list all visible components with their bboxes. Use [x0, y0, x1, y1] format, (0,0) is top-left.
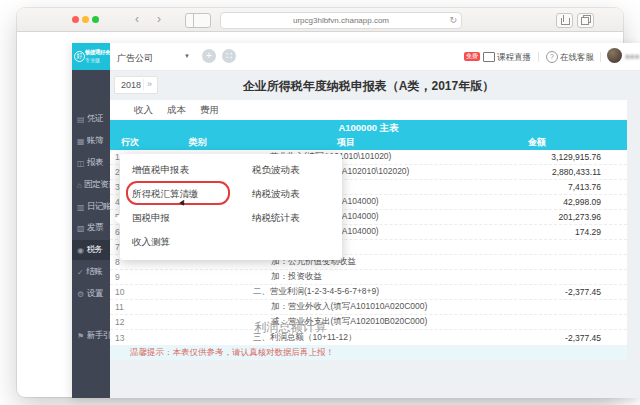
sidebar-item-label: 凭证: [87, 113, 103, 125]
table-row: 11 加：营业外收入(填写A101010A020C000): [110, 300, 627, 315]
closing-icon: ✓: [77, 268, 83, 277]
tax-popup-menu: 增值税申报表 所得税汇算清缴 国税申报 收入测算 税负波动表 纳税波动表 纳税统…: [120, 154, 342, 260]
sidebar-item-label: 发票: [87, 222, 103, 234]
company-selector[interactable]: 广告公司: [117, 52, 153, 65]
cell-amount: 2,880,433.11: [447, 167, 627, 177]
live-course-link[interactable]: 课程直播: [497, 52, 531, 64]
cell-amount: -2,377.45: [447, 287, 627, 297]
cell-amount: 42,998.09: [447, 197, 627, 207]
header-amount: 金额: [447, 135, 627, 150]
menu-item-vat-return[interactable]: 增值税申报表: [132, 158, 199, 182]
report-icon: ◫: [77, 159, 84, 168]
popup-column-2: 税负波动表 纳税波动表 纳税统计表: [252, 158, 300, 230]
ledger-icon: ▦: [77, 137, 84, 146]
help-icon[interactable]: ?: [546, 51, 558, 63]
flag-icon: ⚑: [77, 332, 84, 341]
sidebar-item-journal[interactable]: ▥ 日记账: [72, 197, 110, 217]
share-icon-box: [561, 18, 570, 25]
cell-line-no: 13: [110, 333, 150, 343]
fixed-assets-icon: ⌂: [77, 181, 81, 190]
url-text: urpcg3hlbfvn.chanapp.com: [293, 16, 389, 25]
sidebar-item-ledger[interactable]: ▦ 账簿: [72, 131, 110, 151]
tabs-icon-front: [581, 17, 589, 25]
sub-tabs: 收入 成本 费用: [110, 100, 627, 120]
menu-item-tax-statistics-table[interactable]: 纳税统计表: [252, 206, 300, 230]
table-row: 10 二、营业利润(1-2-3-4-5-6-7+8+9) -2,377.45: [110, 285, 627, 300]
tab-overview-button[interactable]: [577, 13, 594, 28]
sidebar-item-label: 设置: [87, 288, 103, 300]
zoom-window-button[interactable]: [92, 16, 99, 23]
app-topbar: 好 畅捷通好会计 专业版 广告公司 ▼ + ∷ 免费 课程直播 ? 在线客服 ●…: [72, 43, 640, 71]
cell-item: 加：营业外收入(填写A101010A020C000): [245, 301, 447, 313]
apps-grid-button[interactable]: ∷: [222, 49, 236, 63]
sidebar-item-label: 账簿: [87, 135, 103, 147]
table-row: 12 减：营业外支出(填写A102010B020C000): [110, 315, 627, 330]
address-bar[interactable]: urpcg3hlbfvn.chanapp.com ↻: [220, 12, 462, 29]
brand-name: 畅捷通好会计: [85, 49, 115, 56]
cell-amount: 174.29: [447, 227, 627, 237]
cell-line-no: 12: [110, 317, 150, 327]
username-masked: ●●●: [625, 52, 640, 61]
sidebar-item-tax[interactable]: ◉ 税务: [72, 240, 110, 260]
minimize-window-button[interactable]: [82, 16, 89, 23]
menu-item-national-tax-filing[interactable]: 国税申报: [132, 206, 199, 230]
browser-toolbar: ‹ › urpcg3hlbfvn.chanapp.com ↻: [17, 8, 623, 32]
cell-item: 加：投资收益: [245, 271, 447, 283]
page-title: 企业所得税年度纳税申报表（A类，2017年版）: [110, 78, 627, 95]
cell-amount: 201,273.96: [447, 212, 627, 222]
menu-item-income-estimate[interactable]: 收入测算: [132, 230, 199, 254]
browser-window: ‹ › urpcg3hlbfvn.chanapp.com ↻ 好 畅捷通好会计 …: [17, 8, 623, 397]
add-account-button[interactable]: +: [202, 49, 216, 63]
cell-line-no: 9: [110, 272, 150, 282]
tab-income[interactable]: 收入: [134, 104, 153, 117]
sidebar: ▤ 凭证 ▦ 账簿 ◫ 报表 ⌂ 固定资产 ▥ 日记账 ▧ 发票: [72, 70, 110, 398]
tab-cost[interactable]: 成本: [167, 104, 186, 117]
cell-amount: 3,129,915.76: [447, 152, 627, 162]
sidebar-item-fixed-assets[interactable]: ⌂ 固定资产: [72, 175, 110, 195]
online-support-link[interactable]: 在线客服: [560, 52, 594, 64]
category-merged-label: 利润总额计算: [243, 319, 338, 336]
table-row: 9 加：投资收益: [110, 270, 627, 285]
header-line-no: 行次: [110, 135, 150, 150]
sidebar-item-guide[interactable]: ⚑ 新手引导: [72, 326, 110, 346]
journal-icon: ▥: [77, 203, 84, 212]
share-button[interactable]: [556, 13, 573, 28]
sidebar-item-settings[interactable]: ⚙ 设置: [72, 284, 110, 304]
cell-amount: -2,377.45: [447, 333, 627, 343]
sidebar-item-label: 报表: [87, 157, 103, 169]
tab-expense[interactable]: 费用: [200, 104, 219, 117]
free-badge: 免费: [464, 52, 480, 61]
menu-item-tax-burden-table[interactable]: 税负波动表: [252, 158, 300, 182]
sidebar-item-voucher[interactable]: ▤ 凭证: [72, 109, 110, 129]
divider: [538, 52, 539, 62]
settings-icon: ⚙: [77, 290, 84, 299]
sidebar-item-closing[interactable]: ✓ 结账: [72, 262, 110, 282]
refresh-icon[interactable]: ↻: [449, 13, 457, 28]
cell-line-no: 11: [110, 302, 150, 312]
sidebar-toggle-button[interactable]: [185, 13, 211, 28]
chevron-down-icon[interactable]: ▼: [184, 53, 190, 59]
header-category: 类别: [150, 135, 245, 150]
forward-button[interactable]: ›: [157, 11, 161, 27]
table-header-row: 行次 类别 项目 金额: [110, 135, 627, 150]
cell-item: 二、营业利润(1-2-3-4-5-6-7+8+9): [245, 286, 447, 298]
back-button[interactable]: ‹: [135, 11, 139, 27]
popup-column-1: 增值税申报表 所得税汇算清缴 国税申报 收入测算: [132, 158, 199, 254]
close-window-button[interactable]: [72, 16, 79, 23]
notice-bar: 温馨提示：本表仅供参考，请认真核对数据后再上报！: [110, 345, 627, 360]
avatar[interactable]: [607, 48, 622, 63]
menu-item-tax-fluctuation-table[interactable]: 纳税波动表: [252, 182, 300, 206]
live-tv-icon: [483, 52, 495, 62]
sidebar-toggle-icon: [193, 14, 194, 27]
tax-icon: ◉: [77, 246, 83, 255]
sidebar-item-reports[interactable]: ◫ 报表: [72, 153, 110, 173]
app-frame: 好 畅捷通好会计 专业版 广告公司 ▼ + ∷ 免费 课程直播 ? 在线客服 ●…: [72, 43, 640, 398]
header-item: 项目: [245, 135, 447, 150]
popup-arrow: [114, 214, 120, 224]
voucher-icon: ▤: [77, 115, 84, 124]
sidebar-item-invoice[interactable]: ▧ 发票: [72, 218, 110, 238]
sidebar-item-label: 税务: [86, 244, 102, 256]
cell-line-no: 10: [110, 287, 150, 297]
logo-icon: 好: [74, 51, 85, 62]
sidebar-item-label: 日记账: [87, 201, 111, 213]
